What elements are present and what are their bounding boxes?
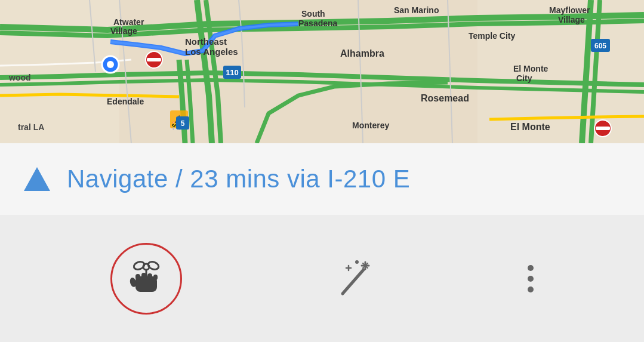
svg-text:El Monte: El Monte [513, 64, 549, 73]
svg-text:tral LA: tral LA [18, 122, 44, 132]
more-options-button[interactable] [528, 255, 534, 303]
svg-text:Pasadena: Pasadena [298, 19, 338, 28]
svg-text:Temple City: Temple City [469, 31, 516, 41]
toolbar [0, 215, 644, 342]
navigation-text: Navigate / 23 mins via I-210 E [67, 165, 410, 193]
gift-coupon-button[interactable] [110, 243, 182, 315]
map-view[interactable]: ⚠ 🚧 110 5 605 Atwater Village Northeast … [0, 0, 644, 143]
svg-text:Rosemead: Rosemead [421, 93, 469, 103]
svg-text:Monterey: Monterey [352, 121, 389, 130]
svg-text:Village: Village [110, 26, 137, 36]
svg-text:City: City [516, 73, 532, 83]
svg-rect-44 [147, 273, 152, 280]
gift-circle[interactable] [110, 243, 182, 315]
svg-line-47 [343, 270, 363, 294]
svg-rect-15 [596, 127, 610, 130]
svg-text:110: 110 [226, 68, 239, 77]
svg-text:605: 605 [594, 42, 606, 50]
svg-rect-43 [141, 273, 146, 280]
svg-text:Village: Village [558, 15, 585, 24]
svg-text:5: 5 [181, 119, 185, 128]
svg-point-17 [107, 61, 114, 68]
svg-text:Los Angeles: Los Angeles [185, 47, 238, 57]
svg-text:San Marino: San Marino [394, 5, 439, 15]
svg-text:Alhambra: Alhambra [340, 48, 384, 58]
navigation-banner[interactable]: Navigate / 23 mins via I-210 E [0, 143, 644, 215]
navigation-arrow [24, 167, 50, 191]
svg-text:Northeast: Northeast [185, 36, 227, 47]
svg-text:El Monte: El Monte [510, 122, 550, 132]
svg-point-54 [355, 260, 359, 264]
more-dots-icon [528, 255, 534, 303]
svg-text:Edendale: Edendale [107, 97, 144, 106]
svg-rect-42 [135, 274, 140, 280]
magic-wand-icon [331, 255, 378, 303]
svg-rect-45 [153, 275, 158, 280]
svg-text:South: South [301, 9, 325, 19]
svg-rect-13 [147, 58, 161, 61]
svg-text:Mayflower: Mayflower [549, 5, 590, 15]
magic-wand-button[interactable] [331, 255, 378, 303]
svg-text:Atwater: Atwater [113, 17, 144, 27]
svg-text:wood: wood [8, 73, 31, 82]
gift-icon [125, 257, 168, 300]
svg-rect-1 [0, 0, 119, 143]
